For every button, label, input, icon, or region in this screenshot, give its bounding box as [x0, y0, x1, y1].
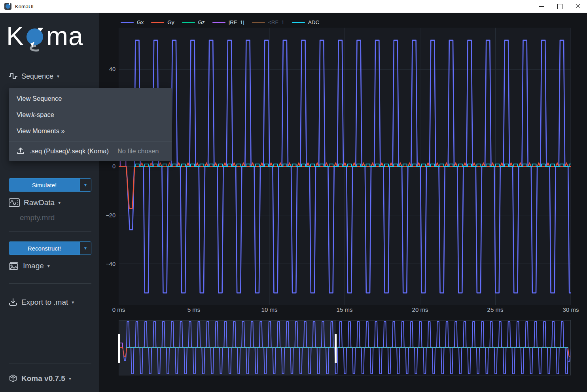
reconstruct-button[interactable]: Reconstruct! ▾	[9, 241, 91, 255]
menu-item-label: View Moments »	[17, 127, 65, 135]
y-tick-label: 0	[100, 163, 116, 170]
chevron-down-icon: ▾	[58, 200, 61, 205]
close-button[interactable]	[569, 0, 587, 13]
x-tick-label: 15 ms	[337, 306, 353, 313]
legend-item-gx[interactable]: Gx	[121, 19, 144, 25]
upload-label: .seq (Pulseq)/.seqk (Koma)	[30, 147, 109, 155]
menu-item-load-seq-file[interactable]: .seq (Pulseq)/.seqk (Koma) No file chose…	[9, 141, 172, 161]
version-menu-toggle[interactable]: Koma v0.7.5 ▾	[9, 373, 71, 384]
maximize-icon	[557, 4, 562, 9]
legend-label: Gx	[137, 19, 144, 25]
menu-item-view-moments[interactable]: View Moments »	[9, 123, 172, 139]
package-icon	[9, 374, 17, 383]
x-tick-label: 0 ms	[112, 306, 125, 313]
upload-icon	[17, 147, 25, 155]
app-window: KomaUI K ma Sequence ▾ S	[0, 0, 587, 392]
divider	[9, 58, 91, 58]
reconstruct-button-label: Reconstruct!	[9, 242, 80, 254]
simulate-dropdown-toggle[interactable]: ▾	[80, 179, 91, 191]
range-slider-handle-right[interactable]	[335, 334, 337, 363]
sequence-dropdown-menu: View Sequence View k-space View Moments …	[9, 88, 172, 161]
x-tick-label: 30 ms	[563, 306, 579, 313]
legend-label: Gy	[167, 19, 174, 25]
legend-swatch	[212, 22, 225, 23]
titlebar: KomaUI	[0, 0, 587, 13]
app-icon	[4, 3, 11, 10]
sequence-menu-toggle[interactable]: Sequence ▾	[9, 70, 59, 82]
koma-logo: K ma	[6, 19, 83, 53]
x-tick-label: 25 ms	[487, 306, 504, 313]
range-slider-handle-left[interactable]	[118, 334, 120, 363]
divider	[9, 283, 91, 284]
chevron-down-icon: ▾	[69, 376, 71, 381]
range-slider[interactable]	[119, 320, 571, 375]
x-tick-label: 10 ms	[261, 306, 278, 313]
legend-swatch	[292, 22, 305, 23]
legend-item-gz[interactable]: Gz	[182, 19, 205, 25]
pulse-wave-icon	[9, 72, 17, 80]
plot-legend: Gx Gy Gz |RF_1| <RF_1 ADC	[121, 19, 319, 25]
download-icon	[9, 298, 17, 307]
divider	[9, 364, 91, 364]
legend-swatch	[121, 22, 134, 23]
window-controls	[532, 0, 587, 13]
rawdata-filename: empty.mrd	[20, 213, 55, 222]
minimize-icon	[539, 6, 544, 7]
sidebar: K ma Sequence ▾ Simulate! ▾	[0, 13, 99, 392]
divider	[9, 231, 91, 232]
legend-label: |RF_1|	[229, 19, 244, 25]
legend-item-gy[interactable]: Gy	[151, 19, 174, 25]
window-title: KomaUI	[15, 4, 34, 9]
chevron-down-icon: ▾	[72, 300, 74, 305]
legend-label: <RF_1	[268, 19, 284, 25]
range-slider-plot	[119, 320, 570, 375]
simulate-button[interactable]: Simulate! ▾	[9, 178, 91, 192]
menu-item-label: View Sequence	[17, 95, 62, 102]
legend-swatch	[182, 22, 195, 23]
minimize-button[interactable]	[532, 0, 551, 13]
chevron-down-icon: ▾	[47, 263, 50, 269]
menu-item-view-kspace[interactable]: View k-space	[9, 107, 172, 123]
x-tick-label: 5 ms	[187, 306, 201, 313]
legend-item-adc[interactable]: ADC	[292, 19, 320, 25]
y-tick-label: 40	[100, 66, 116, 72]
image-label: Image	[23, 262, 44, 270]
y-tick-label: −40	[100, 261, 116, 267]
legend-swatch	[151, 22, 164, 23]
rawdata-label: RawData	[24, 198, 55, 207]
chevron-down-icon: ▾	[57, 74, 59, 79]
version-label: Koma v0.7.5	[21, 374, 65, 383]
image-menu-toggle[interactable]: Image ▾	[9, 260, 50, 272]
legend-swatch	[252, 22, 265, 23]
x-tick-label: 20 ms	[412, 306, 428, 313]
reconstruct-dropdown-toggle[interactable]: ▾	[80, 242, 91, 254]
menu-item-view-sequence[interactable]: View Sequence	[9, 90, 172, 107]
logo-globe-icon	[25, 28, 46, 52]
image-icon	[9, 262, 19, 270]
menu-item-label-k: k	[30, 111, 34, 119]
legend-label: Gz	[198, 19, 205, 25]
close-icon	[575, 4, 581, 9]
export-mat-menu-toggle[interactable]: Export to .mat ▾	[9, 296, 74, 308]
menu-item-label: View	[17, 111, 30, 119]
rawdata-menu-toggle[interactable]: RawData ▾	[9, 197, 61, 209]
y-tick-label: −20	[100, 212, 116, 219]
menu-item-label: -space	[34, 111, 54, 119]
chart-panel: Gx Gy Gz |RF_1| <RF_1 ADC 40 20 0 −20 −4…	[99, 13, 587, 392]
maximize-button[interactable]	[551, 0, 569, 13]
simulate-button-label: Simulate!	[9, 179, 80, 191]
legend-label: ADC	[308, 19, 320, 25]
sequence-plot[interactable]	[119, 28, 571, 305]
no-file-chosen-text: No file chosen	[117, 147, 159, 155]
logo-text-k: K	[6, 19, 24, 53]
legend-item-rf-phase[interactable]: <RF_1	[252, 19, 284, 25]
scope-icon	[9, 198, 20, 207]
logo-text-ma: ma	[46, 19, 83, 53]
export-label: Export to .mat	[21, 298, 68, 307]
sequence-label: Sequence	[21, 72, 53, 81]
legend-item-rf-mag[interactable]: |RF_1|	[212, 19, 244, 25]
